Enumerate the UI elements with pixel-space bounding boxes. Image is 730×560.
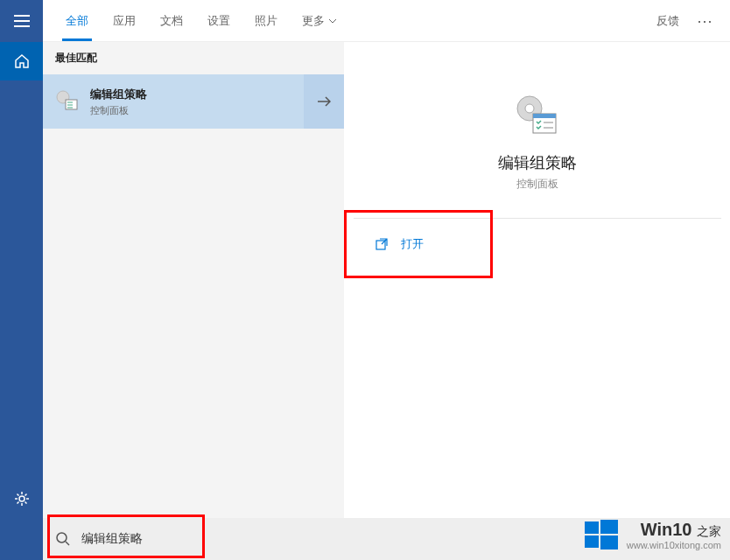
menu-button[interactable] xyxy=(0,0,43,42)
open-label: 打开 xyxy=(401,236,424,252)
detail-icon xyxy=(514,93,561,140)
result-arrow[interactable] xyxy=(304,74,344,129)
feedback-link[interactable]: 反馈 xyxy=(646,13,690,29)
tab-apps[interactable]: 应用 xyxy=(101,1,148,41)
svg-point-8 xyxy=(57,533,67,542)
tab-settings[interactable]: 设置 xyxy=(195,1,242,41)
open-action[interactable]: 打开 xyxy=(354,219,721,270)
results-panel: 最佳匹配 编辑组策略 控制面板 xyxy=(43,42,344,518)
svg-rect-10 xyxy=(600,520,618,534)
settings-button[interactable] xyxy=(0,480,43,518)
search-input[interactable] xyxy=(81,532,274,546)
policy-large-icon xyxy=(514,93,561,140)
home-icon xyxy=(14,53,30,69)
gear-icon xyxy=(14,491,30,507)
top-tabs: 全部 应用 文档 设置 照片 更多 反馈 ⋯ xyxy=(43,0,730,42)
tab-more-label: 更多 xyxy=(302,13,325,29)
watermark: Win10 之家 www.win10xitong.com xyxy=(583,516,721,553)
svg-rect-12 xyxy=(600,536,618,550)
hamburger-icon xyxy=(14,15,30,27)
arrow-right-icon xyxy=(317,96,331,107)
tab-all[interactable]: 全部 xyxy=(53,1,101,41)
svg-rect-11 xyxy=(585,536,599,548)
result-icon xyxy=(55,89,80,114)
detail-title: 编辑组策略 xyxy=(354,152,721,173)
tab-photos[interactable]: 照片 xyxy=(242,1,290,41)
svg-rect-9 xyxy=(585,522,599,534)
detail-panel: 编辑组策略 控制面板 打开 xyxy=(354,52,721,518)
policy-icon xyxy=(55,89,80,114)
more-options[interactable]: ⋯ xyxy=(690,11,719,31)
svg-point-0 xyxy=(19,496,25,501)
home-button[interactable] xyxy=(0,42,43,80)
chevron-down-icon xyxy=(328,18,337,24)
svg-point-4 xyxy=(525,104,534,113)
result-title: 编辑组策略 xyxy=(90,87,147,102)
result-text: 编辑组策略 控制面板 xyxy=(90,87,147,117)
result-item[interactable]: 编辑组策略 控制面板 xyxy=(43,74,344,129)
watermark-brand: Win10 之家 xyxy=(627,520,721,540)
result-subtitle: 控制面板 xyxy=(90,104,147,117)
watermark-url: www.win10xitong.com xyxy=(627,540,721,550)
detail-subtitle: 控制面板 xyxy=(354,177,721,192)
search-icon xyxy=(55,531,71,547)
svg-rect-6 xyxy=(533,114,556,118)
open-icon xyxy=(375,237,389,251)
tab-more[interactable]: 更多 xyxy=(290,1,349,41)
section-best-match: 最佳匹配 xyxy=(43,42,344,74)
tab-docs[interactable]: 文档 xyxy=(148,1,195,41)
windows-logo-icon xyxy=(583,516,620,553)
sidebar xyxy=(0,0,43,560)
